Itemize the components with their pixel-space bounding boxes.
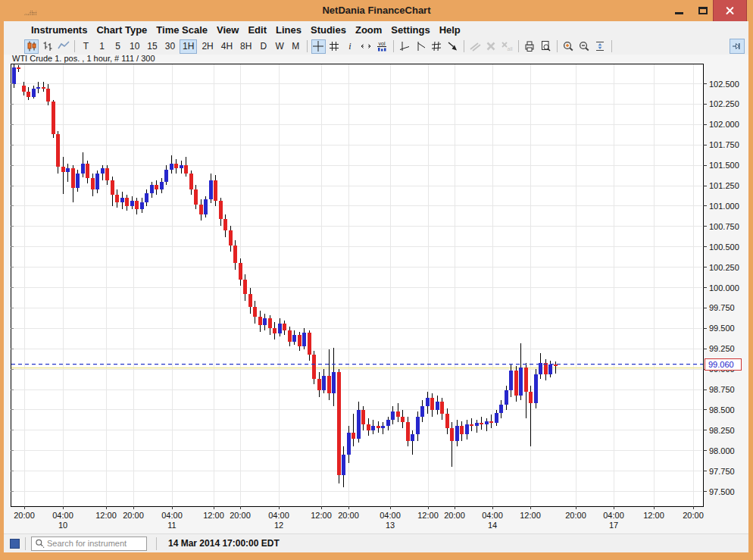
timescale-30m-button[interactable]: 30: [162, 39, 178, 54]
trendline-tool-button[interactable]: [398, 39, 412, 54]
price-tick-label: 100.250: [709, 263, 739, 272]
date-tick-label: 11: [167, 521, 176, 530]
svg-text:i: i: [349, 41, 352, 52]
toolbar-separator: [464, 40, 464, 52]
menu-instruments[interactable]: Instruments: [27, 24, 92, 36]
timescale-4h-button[interactable]: 4H: [218, 39, 236, 54]
grid-button[interactable]: [327, 39, 342, 54]
time-axis: 20:0004:001012:0020:0004:001112:0020:000…: [14, 506, 704, 530]
menu-help[interactable]: Help: [435, 24, 465, 36]
time-tick-label: 12:00: [95, 511, 117, 520]
close-icon: [725, 6, 735, 16]
menu-time-scale[interactable]: Time Scale: [152, 24, 212, 36]
time-tick-label: 12:00: [203, 511, 224, 520]
time-tick-label: 20:00: [444, 511, 465, 520]
minimize-button[interactable]: [670, 0, 688, 21]
menu-studies[interactable]: Studies: [306, 24, 351, 36]
candlestick-chart[interactable]: 102.500102.250102.000101.750101.500101.2…: [4, 55, 748, 533]
date-tick-label: 14: [488, 521, 497, 530]
statusbar-timestamp: 14 Mar 2014 17:00:00 EDT: [168, 538, 280, 549]
current-price-label: 99.060: [705, 358, 741, 370]
toolbar-separator: [393, 40, 394, 52]
svg-text:99.060: 99.060: [708, 360, 734, 369]
menubar: InstrumentsChart TypeTime ScaleViewEditL…: [4, 21, 748, 38]
delete-all-lines-button[interactable]: all: [500, 39, 514, 54]
maximize-button[interactable]: [694, 0, 712, 21]
crosshair-button[interactable]: [311, 39, 326, 54]
parallel-lines-button[interactable]: [468, 39, 483, 54]
timescale-tick-button[interactable]: T: [79, 39, 93, 54]
time-tick-label: 04:00: [603, 511, 624, 520]
svg-text:vol: vol: [379, 41, 386, 46]
toolbar: T151015301H2H4H8HDWMivolall: [4, 38, 748, 55]
ohlc-chart-button[interactable]: [40, 39, 55, 54]
titlebar[interactable]: NetDania FinanceChart: [0, 0, 753, 21]
fit-vertical-button[interactable]: [593, 39, 608, 54]
date-tick-label: 12: [274, 521, 283, 530]
timescale-month-button[interactable]: M: [289, 39, 303, 54]
statusbar-separator: [156, 537, 157, 550]
search-box[interactable]: [31, 537, 147, 551]
ray-tool-button[interactable]: [414, 39, 428, 54]
time-tick-label: 20:00: [683, 511, 704, 520]
date-tick-label: 17: [609, 521, 618, 530]
menu-settings[interactable]: Settings: [386, 24, 434, 36]
statusbar: 14 Mar 2014 17:00:00 EDT: [4, 533, 748, 552]
toolbar-separator: [307, 40, 308, 52]
menu-view[interactable]: View: [212, 24, 243, 36]
menu-lines[interactable]: Lines: [271, 24, 306, 36]
timescale-1h-button[interactable]: 1H: [180, 39, 197, 54]
price-tick-label: 97.750: [709, 467, 735, 476]
time-tick-label: 12:00: [520, 511, 541, 520]
toolbar-separator: [557, 40, 558, 52]
chart-area[interactable]: WTI Crude 1. pos. , 1 hour, # 111 / 300 …: [4, 55, 748, 533]
info-button[interactable]: i: [343, 39, 358, 54]
menu-chart-type[interactable]: Chart Type: [92, 24, 152, 36]
price-tick-label: 99.500: [709, 324, 735, 333]
timescale-1m-button[interactable]: 1: [95, 39, 109, 54]
print-preview-button[interactable]: [539, 39, 553, 54]
price-tick-label: 97.500: [709, 487, 735, 496]
price-tick-label: 100.000: [709, 283, 739, 293]
channel-tool-button[interactable]: [430, 39, 444, 54]
timescale-8h-button[interactable]: 8H: [237, 39, 255, 54]
timescale-day-button[interactable]: D: [256, 39, 270, 54]
zoom-out-button[interactable]: [577, 39, 592, 54]
timescale-week-button[interactable]: W: [272, 39, 286, 54]
price-tick-label: 102.000: [709, 120, 739, 129]
price-tick-label: 100.500: [709, 242, 739, 252]
timescale-2h-button[interactable]: 2H: [198, 39, 216, 54]
statusbar-separator: [25, 537, 26, 550]
date-tick-label: 13: [386, 521, 395, 530]
arrow-tool-button[interactable]: [445, 39, 460, 54]
toolbar-separator: [611, 40, 612, 52]
search-input[interactable]: [45, 538, 144, 549]
price-tick-label: 101.000: [709, 202, 739, 211]
price-tick-label: 98.000: [709, 446, 735, 455]
timescale-15m-button[interactable]: 15: [144, 39, 160, 54]
search-icon: [34, 538, 45, 549]
menu-edit[interactable]: Edit: [243, 24, 271, 36]
chart-instrument-label: WTI Crude 1. pos. , 1 hour, # 111 / 300: [12, 54, 155, 63]
zoom-in-button[interactable]: [561, 39, 576, 54]
instrument-list-button[interactable]: [10, 539, 20, 549]
price-tick-label: 99.250: [709, 344, 735, 353]
print-button[interactable]: [523, 39, 537, 54]
close-button[interactable]: [713, 0, 747, 21]
toolbar-separator: [518, 40, 519, 52]
timescale-5m-button[interactable]: 5: [111, 39, 125, 54]
horizontal-scroll-button[interactable]: [359, 39, 373, 54]
candlestick-chart-button[interactable]: [24, 39, 39, 54]
minimize-icon: [675, 12, 683, 14]
price-tick-label: 101.750: [709, 140, 739, 149]
pin-panel-button[interactable]: [730, 39, 745, 54]
timescale-10m-button[interactable]: 10: [127, 39, 142, 54]
price-tick-label: 101.500: [709, 161, 739, 170]
menu-zoom[interactable]: Zoom: [351, 24, 386, 36]
price-tick-label: 98.250: [709, 426, 735, 435]
toolbar-separator: [74, 40, 75, 52]
volume-button[interactable]: vol: [375, 39, 389, 54]
delete-line-button[interactable]: [484, 39, 498, 54]
line-chart-button[interactable]: [56, 39, 70, 54]
time-tick-label: 04:00: [380, 511, 401, 520]
